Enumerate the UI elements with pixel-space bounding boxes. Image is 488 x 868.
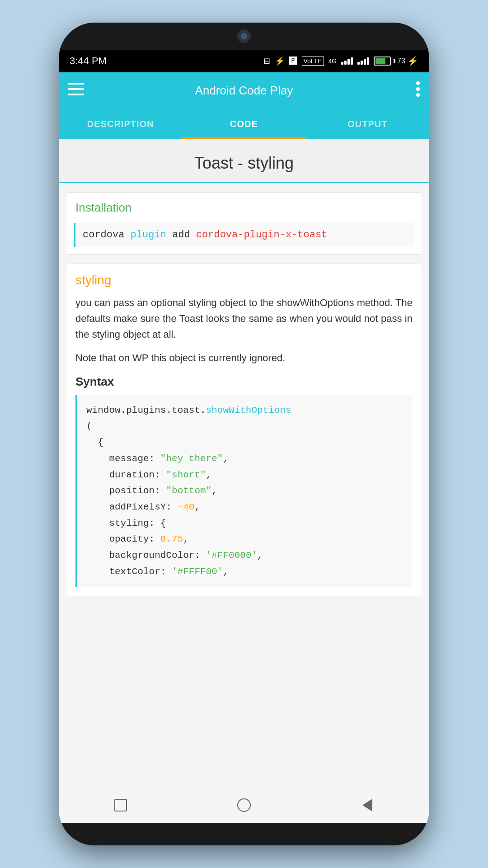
hamburger-menu-icon[interactable] xyxy=(68,82,90,99)
installation-title: Installation xyxy=(75,201,131,214)
signal-bars-1 xyxy=(341,57,353,65)
status-bar: 3:44 PM ⊟ ⚡ 🅿 VoLTE 4G xyxy=(59,50,429,72)
code-line-3: { xyxy=(86,434,404,451)
plugin-keyword: plugin xyxy=(131,229,172,241)
code-line-9: opacity: 0.75, xyxy=(86,531,404,547)
flash-icon: ⚡ xyxy=(275,56,285,66)
code-line-10: backgroundColor: '#FF0000', xyxy=(86,547,404,564)
nav-back-button[interactable] xyxy=(356,794,379,816)
circle-icon xyxy=(237,798,251,812)
volte-icon: VoLTE xyxy=(302,57,324,66)
battery-percent: 73 xyxy=(397,57,405,65)
back-icon xyxy=(362,799,372,811)
code-line-4: message: "hey there", xyxy=(86,451,404,467)
svg-rect-2 xyxy=(68,94,84,95)
battery-indicator: 73 ⚡ xyxy=(374,56,418,66)
phone-top-bar xyxy=(59,23,429,50)
charging-icon: ⚡ xyxy=(407,56,418,66)
code-line-6: position: "bottom", xyxy=(86,483,404,499)
svg-point-3 xyxy=(416,81,420,85)
add-command: add xyxy=(172,229,196,241)
svg-point-4 xyxy=(416,87,420,91)
code-line-5: duration: "short", xyxy=(86,467,404,483)
square-icon xyxy=(114,799,127,811)
plugin-name: cordova-plugin-x-toast xyxy=(196,229,327,241)
installation-header: Installation xyxy=(66,193,422,218)
syntax-heading: Syntax xyxy=(75,375,413,389)
page-title: Toast - styling xyxy=(68,154,420,173)
svg-rect-1 xyxy=(68,88,84,90)
tab-description[interactable]: DESCRIPTION xyxy=(59,108,182,139)
phone-frame: 3:44 PM ⊟ ⚡ 🅿 VoLTE 4G xyxy=(59,23,429,845)
nav-home-button[interactable] xyxy=(233,794,255,816)
styling-note: Note that on WP this object is currently… xyxy=(75,350,413,366)
styling-description: you can pass an optional styling object … xyxy=(75,295,413,343)
code-line-8: styling: { xyxy=(86,515,404,532)
tab-bar: DESCRIPTION CODE OUTPUT xyxy=(59,108,429,139)
content-area[interactable]: Toast - styling Installation cordova plu… xyxy=(59,139,429,787)
signal-bars-2 xyxy=(357,57,369,65)
phone-screen: 3:44 PM ⊟ ⚡ 🅿 VoLTE 4G xyxy=(59,50,429,823)
svg-rect-0 xyxy=(68,83,84,85)
status-icons: ⊟ ⚡ 🅿 VoLTE 4G xyxy=(263,56,418,66)
app-bar: Android Code Play xyxy=(59,72,429,108)
code-line-7: addPixelsY: -40, xyxy=(86,499,404,515)
code-line-2: ( xyxy=(86,418,404,434)
4g-icon: 4G xyxy=(328,57,337,65)
installation-code-block: cordova plugin add cordova-plugin-x-toas… xyxy=(74,223,414,247)
styling-section: styling you can pass an optional styling… xyxy=(66,264,422,596)
camera-notch xyxy=(237,29,251,43)
page-title-section: Toast - styling xyxy=(59,139,429,183)
phone-bottom-bar xyxy=(59,823,429,845)
svg-point-5 xyxy=(416,93,420,97)
installation-card: Installation cordova plugin add cordova-… xyxy=(66,192,422,255)
app-title: Android Code Play xyxy=(90,84,398,98)
bottom-nav xyxy=(59,787,429,823)
more-options-icon[interactable] xyxy=(398,81,420,100)
styling-heading: styling xyxy=(75,273,413,288)
tab-code[interactable]: CODE xyxy=(182,108,305,139)
cordova-command: cordova xyxy=(83,229,131,241)
syntax-code-block: window.plugins.toast.showWithOptions ( {… xyxy=(75,395,413,587)
code-line-11: textColor: '#FFFF00', xyxy=(86,564,404,580)
message-icon: ⊟ xyxy=(263,56,270,66)
status-time: 3:44 PM xyxy=(70,55,107,67)
camera-lens xyxy=(241,33,247,39)
code-line-1: window.plugins.toast.showWithOptions xyxy=(86,402,404,419)
parking-icon: 🅿 xyxy=(289,57,297,66)
nav-recent-button[interactable] xyxy=(109,794,132,816)
tab-output[interactable]: OUTPUT xyxy=(306,108,429,139)
